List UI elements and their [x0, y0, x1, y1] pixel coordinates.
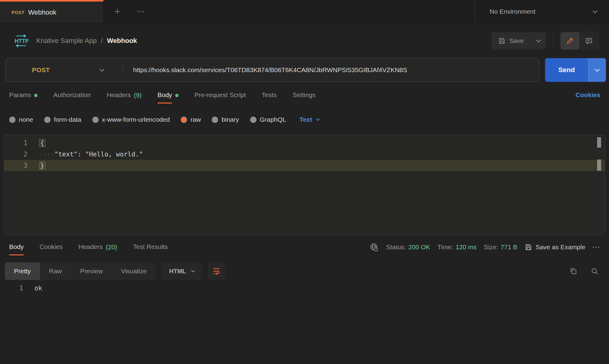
mode-raw[interactable]: raw — [181, 116, 201, 123]
editor-line: 2 ····"text": "Hello, world." — [4, 149, 605, 160]
radio-icon — [44, 117, 51, 123]
search-button[interactable] — [591, 267, 599, 275]
response-options-icon[interactable]: ••• — [593, 245, 600, 250]
response-tab-headers[interactable]: Headers (20) — [79, 243, 117, 251]
network-globe-lock-icon[interactable] — [370, 243, 379, 252]
wrap-lines-button[interactable] — [208, 262, 225, 280]
tab-headers-label: Headers — [107, 91, 131, 99]
svg-text:HTTP: HTTP — [15, 38, 28, 44]
mode-none-label: none — [19, 116, 33, 123]
header-actions: Save — [491, 31, 599, 50]
save-options-button[interactable] — [531, 32, 546, 49]
response-view-controls: Pretty Raw Preview Visualize HTML — [0, 262, 609, 281]
tab-authorization[interactable]: Authorization — [53, 91, 91, 99]
tab-tests[interactable]: Tests — [262, 91, 277, 99]
breadcrumb-collection[interactable]: Knative Sample App — [36, 37, 97, 45]
send-options-button[interactable] — [588, 58, 606, 82]
pencil-icon — [566, 37, 574, 45]
response-tab-cookies[interactable]: Cookies — [40, 243, 63, 251]
mode-raw-label: raw — [190, 116, 201, 123]
response-tab-headers-label: Headers — [79, 243, 103, 251]
mode-x-www-form-urlencoded[interactable]: x-www-form-urlencoded — [92, 116, 170, 123]
request-body-editor[interactable]: 1 { 2 ····"text": "Hello, world." 3 } — [4, 135, 605, 235]
mode-binary[interactable]: binary — [212, 116, 239, 123]
chevron-down-icon — [595, 67, 600, 72]
environment-selector[interactable]: No Environment — [475, 0, 609, 23]
time-pair: Time: 120 ms — [437, 243, 477, 251]
line-number: 1 — [0, 285, 23, 292]
tab-body[interactable]: Body — [158, 91, 179, 99]
tab-title: Webhook — [28, 9, 56, 16]
tab-tests-label: Tests — [262, 91, 277, 99]
save-button[interactable]: Save — [491, 32, 530, 49]
edit-button[interactable] — [561, 32, 579, 49]
view-pretty[interactable]: Pretty — [5, 262, 40, 280]
save-as-example-label: Save as Example — [536, 243, 585, 251]
comment-button[interactable] — [579, 32, 598, 49]
response-tab-test-results[interactable]: Test Results — [133, 243, 168, 251]
tab-bar: POST Webhook ••• No Environment — [0, 0, 609, 23]
response-body-viewer[interactable]: 1 ok — [0, 282, 609, 294]
view-visualize[interactable]: Visualize — [112, 262, 156, 280]
mode-none[interactable]: none — [9, 116, 33, 123]
tab-headers[interactable]: Headers (9) — [107, 91, 142, 99]
response-tabs: Body Cookies Headers (20) Test Results — [0, 238, 609, 256]
save-button-group: Save — [491, 32, 546, 49]
editor-scrollbar[interactable] — [597, 159, 601, 171]
response-line: 1 ok — [0, 282, 609, 294]
response-body-actions — [569, 267, 609, 275]
raw-type-label: Text — [299, 116, 312, 123]
save-button-label: Save — [509, 37, 524, 44]
tab-options-icon[interactable]: ••• — [138, 9, 146, 14]
raw-type-selector[interactable]: Text — [299, 116, 319, 123]
search-icon — [591, 267, 599, 275]
status-pair: Status: 200 OK — [386, 243, 430, 251]
send-button[interactable]: Send — [545, 58, 588, 82]
view-preview[interactable]: Preview — [71, 262, 112, 280]
chevron-down-icon — [100, 67, 104, 72]
cookies-link[interactable]: Cookies — [575, 91, 600, 99]
radio-icon — [212, 117, 218, 123]
size-pair: Size: 771 B — [484, 243, 517, 251]
save-as-example-button[interactable]: Save as Example — [525, 243, 585, 251]
code-text: } — [27, 162, 45, 170]
line-number: 2 — [4, 151, 27, 158]
response-tab-test-results-label: Test Results — [133, 243, 168, 251]
request-tabs: Params Authorization Headers (9) Body Pr… — [0, 91, 609, 107]
line-number: 1 — [4, 139, 27, 147]
tab-params-label: Params — [9, 91, 31, 99]
comment-icon — [585, 37, 593, 45]
mode-graphql[interactable]: GraphQL — [250, 116, 286, 123]
tab-params[interactable]: Params — [9, 91, 37, 99]
tab-strip: ••• — [104, 0, 475, 23]
copy-button[interactable] — [569, 267, 577, 275]
chevron-down-icon — [191, 268, 195, 272]
save-icon — [525, 243, 532, 251]
editor-scrollbar[interactable] — [597, 137, 601, 148]
http-request-icon: HTTP — [14, 34, 28, 48]
view-raw[interactable]: Raw — [40, 262, 71, 280]
radio-icon — [92, 117, 99, 123]
tab-authorization-label: Authorization — [53, 91, 91, 99]
url-input[interactable] — [123, 66, 539, 74]
chevron-down-icon — [316, 117, 320, 121]
tab-pre-request-script-label: Pre-request Script — [194, 91, 246, 99]
new-tab-button[interactable] — [113, 7, 122, 16]
environment-label: No Environment — [490, 8, 536, 15]
request-url-row: POST Send — [0, 58, 609, 82]
tab-settings[interactable]: Settings — [292, 91, 316, 99]
bracket-highlight: { — [39, 139, 45, 147]
breadcrumb-request-name[interactable]: Webhook — [107, 37, 137, 45]
method-selector[interactable]: POST — [6, 63, 123, 77]
code-string: "text": "Hello, world." — [55, 151, 143, 158]
mode-form-data[interactable]: form-data — [44, 116, 81, 123]
tab-pre-request-script[interactable]: Pre-request Script — [194, 91, 246, 99]
request-tab[interactable]: POST Webhook — [0, 0, 104, 23]
view-mode-segmented-control: Pretty Raw Preview Visualize — [5, 262, 156, 280]
response-tab-body[interactable]: Body — [9, 243, 24, 251]
response-tab-cookies-label: Cookies — [40, 243, 63, 251]
tab-body-label: Body — [158, 91, 172, 99]
format-selector[interactable]: HTML — [161, 262, 202, 280]
radio-icon — [250, 117, 257, 123]
status-value: 200 OK — [409, 243, 430, 251]
